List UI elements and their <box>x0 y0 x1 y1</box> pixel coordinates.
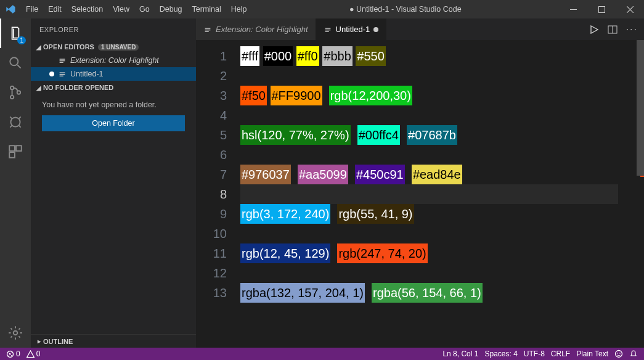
menu-view[interactable]: View <box>108 5 134 14</box>
color-token: rgb(247, 74, 20) <box>337 243 427 263</box>
minimize-button[interactable] <box>559 0 587 18</box>
code-line[interactable]: #976037 #aa5099 #450c91 #ead84e <box>240 165 618 184</box>
color-token: hsl(120, 77%, 27%) <box>240 125 351 145</box>
no-folder-header[interactable]: ◢ NO FOLDER OPENED <box>31 81 196 94</box>
code-line[interactable] <box>240 263 618 283</box>
window-title: ● Untitled-1 - Visual Studio Code <box>252 5 559 14</box>
svg-point-26 <box>616 351 622 358</box>
svg-rect-14 <box>60 72 65 73</box>
menu-edit[interactable]: Edit <box>43 5 67 14</box>
outline-label: OUTLINE <box>43 338 73 345</box>
color-token: rgb(12, 45, 129) <box>240 243 330 263</box>
activity-debug[interactable] <box>0 107 31 137</box>
split-editor-icon[interactable] <box>608 25 618 35</box>
line-number: 3 <box>196 86 240 105</box>
color-token: #450c91 <box>355 165 405 184</box>
no-folder-message: You have not yet opened a folder. <box>31 94 196 115</box>
svg-point-27 <box>617 353 618 354</box>
menu-help[interactable]: Help <box>226 5 252 14</box>
line-number: 2 <box>196 66 240 86</box>
modified-dot-icon <box>373 27 378 32</box>
code-line[interactable] <box>240 105 618 125</box>
chevron-down-icon: ◢ <box>35 84 43 91</box>
color-token: rgba(132, 157, 204, 1) <box>240 283 365 303</box>
code-line[interactable]: rgb(12, 45, 129) rgb(247, 74, 20) <box>240 243 618 263</box>
svg-point-10 <box>14 331 18 335</box>
menu-go[interactable]: Go <box>134 5 155 14</box>
status-errors[interactable]: 0 <box>6 350 20 358</box>
tab-label: Extension: Color Highlight <box>216 25 308 34</box>
line-numbers: 12345678910111213 <box>196 40 240 348</box>
chevron-right-icon: ▸ <box>35 338 43 345</box>
line-number: 6 <box>196 145 240 165</box>
code-line[interactable]: #f50 #FF9900 rgb(12,200,30) <box>240 86 618 105</box>
status-position[interactable]: Ln 8, Col 1 <box>442 350 478 358</box>
color-token: #ead84e <box>412 165 462 184</box>
window-controls <box>559 0 644 18</box>
vertical-scrollbar[interactable] <box>637 40 644 348</box>
editor-tab[interactable]: Untitled-1 <box>316 18 387 40</box>
activity-extensions[interactable] <box>0 137 31 166</box>
open-folder-button[interactable]: Open Folder <box>42 115 185 131</box>
color-token: #ff0 <box>296 46 319 66</box>
code-line[interactable] <box>240 224 618 243</box>
menu-debug[interactable]: Debug <box>155 5 187 14</box>
code-line[interactable]: rgb(3, 172, 240) rgb(55, 41, 9) <box>240 204 618 224</box>
color-token: rgb(3, 172, 240) <box>240 204 330 224</box>
svg-point-4 <box>10 96 14 99</box>
code-line[interactable] <box>240 145 618 165</box>
menu-file[interactable]: File <box>21 5 43 14</box>
more-icon[interactable]: ··· <box>626 24 638 35</box>
status-encoding[interactable]: UTF-8 <box>524 350 545 358</box>
bell-icon[interactable] <box>629 350 638 358</box>
line-number: 5 <box>196 125 240 145</box>
status-language[interactable]: Plain Text <box>576 350 608 358</box>
code-content[interactable]: #fff #000 #ff0 #bbb #550#f50 #FF9900 rgb… <box>240 40 618 348</box>
code-line[interactable] <box>240 66 618 86</box>
svg-point-2 <box>10 57 18 65</box>
activity-bar: 1 <box>0 18 31 348</box>
svg-rect-0 <box>570 9 577 10</box>
line-number: 13 <box>196 283 240 303</box>
close-button[interactable] <box>616 0 644 18</box>
feedback-icon[interactable] <box>614 350 623 358</box>
menu-terminal[interactable]: Terminal <box>187 5 226 14</box>
file-icon <box>58 70 67 78</box>
code-line[interactable] <box>240 184 618 204</box>
open-editor-file[interactable]: Extension: Color Highlight <box>31 54 196 67</box>
status-warnings[interactable]: 0 <box>26 350 41 358</box>
code-line[interactable]: hsl(120, 77%, 27%) #00ffc4 #07687b <box>240 125 618 145</box>
status-eol[interactable]: CRLF <box>551 350 570 358</box>
activity-scm[interactable] <box>0 78 31 107</box>
tab-bar: Extension: Color HighlightUntitled-1 ··· <box>196 18 644 40</box>
svg-rect-17 <box>205 28 211 28</box>
activity-settings[interactable] <box>0 318 31 348</box>
activity-explorer[interactable]: 1 <box>0 18 31 48</box>
maximize-button[interactable] <box>587 0 616 18</box>
app-menu: FileEditSelectionViewGoDebugTerminalHelp <box>21 5 252 14</box>
svg-point-3 <box>10 86 14 89</box>
code-line[interactable]: rgba(132, 157, 204, 1) rgba(56, 154, 66,… <box>240 283 618 303</box>
editor-area: Extension: Color HighlightUntitled-1 ···… <box>196 18 644 348</box>
svg-rect-21 <box>325 30 330 30</box>
editor-tab[interactable]: Extension: Color Highlight <box>196 18 316 40</box>
editor-body[interactable]: 12345678910111213 #fff #000 #ff0 #bbb #5… <box>196 40 644 348</box>
activity-search[interactable] <box>0 48 31 78</box>
run-icon[interactable] <box>589 25 599 35</box>
code-line[interactable]: #fff #000 #ff0 #bbb #550 <box>240 46 618 66</box>
scrollbar-thumb[interactable] <box>637 40 644 176</box>
svg-rect-16 <box>60 76 63 76</box>
app-logo <box>0 4 21 15</box>
open-editors-header[interactable]: ◢ OPEN EDITORS 1 UNSAVED <box>31 40 196 54</box>
color-token: #00ffc4 <box>357 125 400 145</box>
menu-selection[interactable]: Selection <box>67 5 108 14</box>
file-icon <box>203 25 212 34</box>
color-token: #000 <box>263 46 293 66</box>
svg-rect-1 <box>598 6 605 12</box>
svg-rect-19 <box>205 31 209 31</box>
titlebar: FileEditSelectionViewGoDebugTerminalHelp… <box>0 0 644 18</box>
outline-header[interactable]: ▸ OUTLINE <box>31 334 196 348</box>
status-bar: 0 0 Ln 8, Col 1 Spaces: 4 UTF-8 CRLF Pla… <box>0 348 644 360</box>
open-editor-file[interactable]: Untitled-1 <box>31 67 196 81</box>
status-spaces[interactable]: Spaces: 4 <box>484 350 517 358</box>
